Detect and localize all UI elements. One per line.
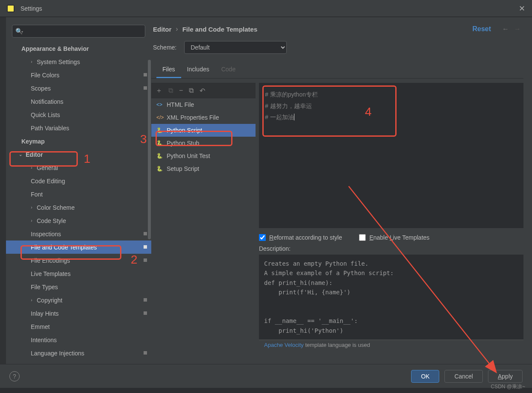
search-wrap: 🔍 ▾ xyxy=(12,25,145,38)
file-xml[interactable]: </>XML Properties File xyxy=(151,111,256,124)
tree-file-encodings[interactable]: File Encodings xyxy=(6,254,151,267)
tree-system-settings[interactable]: System Settings xyxy=(6,55,151,68)
tree-editor[interactable]: Editor xyxy=(6,148,151,161)
cancel-button[interactable]: Cancel xyxy=(444,370,483,383)
tree-file-templates[interactable]: File and Code Templates xyxy=(6,240,151,254)
tree-keymap[interactable]: Keymap xyxy=(6,135,151,148)
tab-code: Code xyxy=(215,62,241,78)
tab-files[interactable]: Files xyxy=(156,62,181,78)
watermark: CSDN @乘凉~ xyxy=(491,383,525,390)
close-icon[interactable]: ✕ xyxy=(519,4,525,13)
sidebar-scrollbar[interactable] xyxy=(148,60,151,359)
crumb-templates: File and Code Templates xyxy=(182,26,258,33)
sidebar: 🔍 ▾ Appearance & Behavior System Setting… xyxy=(6,17,151,364)
tabs: Files Includes Code xyxy=(151,62,523,79)
tree-code-style[interactable]: Code Style xyxy=(6,214,151,227)
tree-scopes[interactable]: Scopes xyxy=(6,82,151,95)
scheme-select[interactable]: Default xyxy=(184,41,287,54)
tree-quick-lists[interactable]: Quick Lists xyxy=(6,108,151,121)
enable-live-checkbox[interactable]: Enable Live Templates xyxy=(359,234,429,241)
main-panel: Editor › File and Code Templates Reset ←… xyxy=(151,17,532,364)
file-list-column: ＋ ⧉ − ⧉ ↶ <>HTML File </>XML Properties … xyxy=(151,83,256,364)
tree-file-types[interactable]: File Types xyxy=(6,280,151,293)
scheme-label: Scheme: xyxy=(153,44,176,51)
velocity-note: Apache Velocity template language is use… xyxy=(259,340,523,350)
tree-code-editing[interactable]: Code Editing xyxy=(6,174,151,188)
reset-button[interactable]: Reset xyxy=(472,25,491,33)
file-html[interactable]: <>HTML File xyxy=(151,98,256,111)
file-list: <>HTML File </>XML Properties File 🐍Pyth… xyxy=(151,98,256,364)
scheme-row: Scheme: Default xyxy=(151,41,523,54)
annotation-label-3: 3 xyxy=(140,132,147,146)
annotation-label-2: 2 xyxy=(131,253,138,267)
tree-intentions[interactable]: Intentions xyxy=(6,333,151,346)
tab-includes[interactable]: Includes xyxy=(181,62,215,78)
tree-notifications[interactable]: Notifications xyxy=(6,95,151,108)
app-icon xyxy=(7,5,15,12)
tree-color-scheme[interactable]: Color Scheme xyxy=(6,201,151,214)
breadcrumb: Editor › File and Code Templates Reset ←… xyxy=(151,17,523,41)
tree-inlay-hints[interactable]: Inlay Hints xyxy=(6,307,151,320)
footer: ? OK Cancel Apply xyxy=(0,364,532,388)
tree-font[interactable]: Font xyxy=(6,188,151,201)
file-setup[interactable]: 🐍Setup Script xyxy=(151,162,256,175)
tree-live-templates[interactable]: Live Templates xyxy=(6,267,151,280)
tree-general[interactable]: General xyxy=(6,161,151,174)
template-editor[interactable]: # 乘凉的python专栏 # 越努力，越幸运 # 一起加油 xyxy=(259,83,523,228)
nav-forward-icon: → xyxy=(514,25,521,33)
tree-copyright[interactable]: Copyright xyxy=(6,293,151,307)
reformat-checkbox[interactable]: Reformat according to style xyxy=(259,234,342,241)
file-toolbar: ＋ ⧉ − ⧉ ↶ xyxy=(151,83,256,98)
add-icon[interactable]: ＋ xyxy=(156,86,162,95)
description-label: Description: xyxy=(259,245,523,252)
nav-back-icon[interactable]: ← xyxy=(502,25,509,33)
copy-icon[interactable]: ⧉ xyxy=(189,87,194,94)
tree-appearance[interactable]: Appearance & Behavior xyxy=(6,42,151,55)
ok-button[interactable]: OK xyxy=(411,370,439,383)
apply-button[interactable]: Apply xyxy=(488,370,523,383)
annotation-label-1: 1 xyxy=(84,152,91,166)
tree-language-injections[interactable]: Language Injections xyxy=(6,346,151,360)
undo-icon[interactable]: ↶ xyxy=(200,87,205,95)
velocity-link[interactable]: Apache Velocity xyxy=(264,342,304,348)
file-python-script[interactable]: 🐍Python Script xyxy=(151,124,256,137)
annotation-label-4: 4 xyxy=(365,105,372,119)
search-dropdown-icon[interactable]: ▾ xyxy=(21,30,23,34)
tree-path-variables[interactable]: Path Variables xyxy=(6,121,151,135)
description-box: Creates an empty Python file. A simple e… xyxy=(259,255,523,340)
titlebar: Settings ✕ xyxy=(0,0,532,17)
crumb-sep: › xyxy=(176,25,178,33)
crumb-editor[interactable]: Editor xyxy=(153,26,171,33)
help-icon[interactable]: ? xyxy=(9,371,20,381)
tree-file-colors[interactable]: File Colors xyxy=(6,68,151,82)
left-gutter xyxy=(0,17,6,364)
remove-icon[interactable]: − xyxy=(179,87,183,94)
tree-emmet[interactable]: Emmet xyxy=(6,320,151,333)
window-title: Settings xyxy=(21,5,42,12)
file-python-unit[interactable]: 🐍Python Unit Test xyxy=(151,150,256,162)
editor-column: # 乘凉的python专栏 # 越努力，越幸运 # 一起加油 Reformat … xyxy=(259,83,523,364)
file-python-stub[interactable]: 🐍Python Stub xyxy=(151,137,256,150)
search-input[interactable] xyxy=(12,25,145,38)
copy-template-icon[interactable]: ⧉ xyxy=(168,87,173,94)
settings-tree: Appearance & Behavior System Settings Fi… xyxy=(6,42,151,364)
tree-inspections[interactable]: Inspections xyxy=(6,227,151,240)
